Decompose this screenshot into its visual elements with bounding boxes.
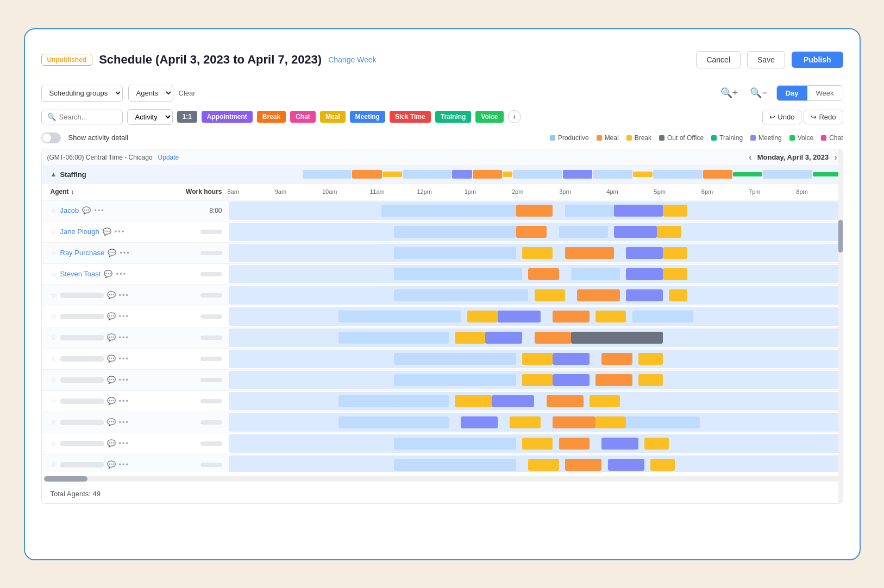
more-menu[interactable]: •••	[115, 227, 126, 236]
show-activity-toggle[interactable]	[41, 132, 61, 143]
time-4pm: 4pm	[605, 188, 653, 195]
chat-icon[interactable]: 💬	[107, 355, 116, 363]
more-menu[interactable]: •••	[119, 460, 130, 469]
scheduling-groups-select[interactable]: Scheduling groups	[41, 85, 123, 102]
sort-icon[interactable]: ↕	[71, 188, 74, 195]
legend: Productive Meal Break Out of Office Trai…	[550, 134, 843, 142]
tag-appointment[interactable]: Appointment	[202, 111, 253, 123]
star-icon[interactable]: ☆	[51, 270, 57, 278]
agent-name-placeholder: ☆ 💬 •••	[42, 436, 172, 451]
timeline-placeholder[interactable]	[229, 456, 841, 472]
more-menu[interactable]: •••	[119, 333, 130, 342]
tag-sick-time[interactable]: Sick Time	[390, 111, 431, 123]
chat-icon[interactable]: 💬	[107, 460, 116, 469]
timeline-steven[interactable]	[229, 265, 841, 283]
more-menu[interactable]: •••	[119, 291, 130, 299]
more-menu[interactable]: •••	[119, 376, 130, 384]
activity-select[interactable]: Activity	[127, 109, 173, 125]
time-6pm: 6pm	[700, 188, 748, 195]
zoom-in-button[interactable]: 🔍+	[717, 85, 742, 101]
star-icon[interactable]: ☆	[51, 333, 57, 342]
day-button[interactable]: Day	[777, 86, 807, 100]
staffing-chevron[interactable]: ▲	[51, 170, 57, 178]
staffing-label: Staffing	[60, 170, 86, 179]
tag-meeting[interactable]: Meeting	[350, 111, 385, 123]
chat-icon[interactable]: 💬	[108, 249, 116, 257]
more-menu[interactable]: •••	[119, 355, 130, 363]
star-icon[interactable]: ☆	[51, 312, 57, 320]
timeline-placeholder[interactable]	[229, 434, 841, 453]
add-tag-button[interactable]: +	[508, 110, 521, 123]
chat-icon[interactable]: 💬	[107, 397, 116, 405]
undo-button[interactable]: ↩ Undo	[762, 110, 801, 124]
more-menu[interactable]: •••	[94, 206, 105, 214]
cancel-button[interactable]: Cancel	[696, 51, 741, 68]
update-link[interactable]: Update	[158, 154, 179, 161]
star-icon[interactable]: ☆	[51, 355, 57, 363]
chat-icon[interactable]: 💬	[107, 376, 116, 384]
time-8pm: 8pm	[795, 188, 842, 195]
search-box[interactable]: 🔍	[41, 110, 123, 124]
search-input[interactable]	[59, 113, 117, 121]
vertical-scrollbar[interactable]	[838, 149, 843, 503]
save-button[interactable]: Save	[747, 51, 785, 68]
more-menu[interactable]: •••	[119, 418, 130, 426]
week-button[interactable]: Week	[807, 86, 843, 100]
redo-button[interactable]: ↪ Redo	[804, 110, 843, 124]
tag-meal[interactable]: Meal	[320, 111, 346, 123]
more-menu[interactable]: •••	[116, 270, 127, 278]
more-menu[interactable]: •••	[119, 397, 130, 405]
next-date-button[interactable]: ›	[834, 153, 837, 162]
prev-date-button[interactable]: ‹	[749, 153, 751, 162]
zoom-out-button[interactable]: 🔍−	[747, 85, 771, 101]
more-menu[interactable]: •••	[120, 249, 130, 257]
chat-icon[interactable]: 💬	[107, 312, 116, 320]
star-icon[interactable]: ☆	[51, 206, 57, 214]
timeline-jacob[interactable]	[229, 201, 841, 220]
chat-icon[interactable]: 💬	[82, 206, 91, 214]
chat-icon[interactable]: 💬	[107, 291, 116, 299]
star-icon[interactable]: ☆	[51, 439, 57, 447]
tag-training[interactable]: Training	[435, 111, 472, 123]
timeline-placeholder[interactable]	[229, 392, 841, 410]
timeline-ray[interactable]	[229, 244, 841, 262]
tag-break[interactable]: Break	[257, 111, 286, 123]
more-menu[interactable]: •••	[119, 312, 130, 320]
timeline-placeholder[interactable]	[229, 307, 841, 326]
work-hours-jacob: 8:00	[172, 204, 227, 218]
more-menu[interactable]: •••	[119, 439, 130, 447]
timeline-placeholder[interactable]	[229, 328, 841, 347]
star-icon[interactable]: ☆	[51, 376, 57, 384]
star-icon[interactable]: ☆	[51, 418, 57, 426]
agent-name-placeholder: ☆ 💬 •••	[42, 372, 172, 387]
table-row: ☆ 💬 •••	[42, 327, 843, 349]
schedule-title: Schedule (April 3, 2023 to April 7, 2023…	[99, 53, 322, 67]
star-icon[interactable]: ☆	[51, 291, 57, 299]
activity-detail-row: Show activity detail Productive Meal Bre…	[41, 132, 843, 143]
star-icon[interactable]: ☆	[51, 397, 57, 405]
star-icon[interactable]: ☆	[51, 460, 57, 469]
timeline-placeholder[interactable]	[229, 286, 841, 305]
star-icon[interactable]: ☆	[51, 249, 57, 257]
timeline-jane[interactable]	[229, 223, 841, 241]
agents-select[interactable]: Agents	[128, 85, 173, 102]
change-week-link[interactable]: Change Week	[328, 55, 376, 64]
timeline-placeholder[interactable]	[229, 371, 841, 389]
chat-icon[interactable]: 💬	[103, 227, 111, 236]
work-hours-jane	[172, 226, 227, 237]
timeline-placeholder[interactable]	[229, 350, 841, 368]
chat-icon[interactable]: 💬	[107, 333, 116, 342]
timeline-placeholder[interactable]	[229, 413, 841, 432]
chat-icon[interactable]: 💬	[104, 270, 112, 278]
chat-icon[interactable]: 💬	[107, 418, 116, 426]
tag-11[interactable]: 1:1	[177, 111, 197, 123]
tag-voice[interactable]: Voice	[475, 111, 503, 123]
horizontal-scrollbar[interactable]	[44, 476, 841, 482]
tag-chat[interactable]: Chat	[290, 111, 316, 123]
star-icon[interactable]: ☆	[51, 227, 57, 236]
agent-name-placeholder: ☆ 💬 •••	[42, 309, 172, 324]
time-1pm: 1pm	[463, 188, 511, 195]
clear-button[interactable]: Clear	[179, 89, 196, 97]
chat-icon[interactable]: 💬	[107, 439, 116, 447]
publish-button[interactable]: Publish	[792, 52, 843, 68]
